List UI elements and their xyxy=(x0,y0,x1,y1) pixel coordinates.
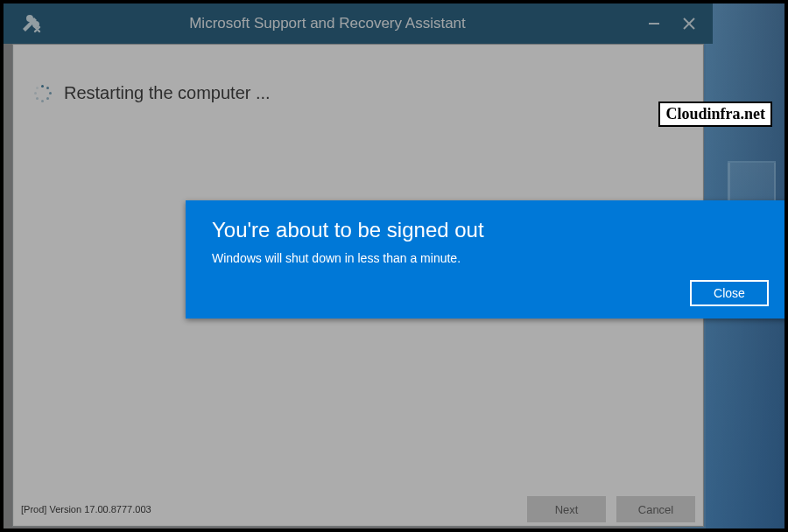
signout-toast: You're about to be signed out Windows wi… xyxy=(186,200,784,318)
titlebar: Microsoft Support and Recovery Assistant xyxy=(4,4,713,44)
footer: [Prod] Version 17.00.8777.003 Next Cance… xyxy=(12,492,704,527)
minimize-button[interactable] xyxy=(646,16,662,32)
app-title: Microsoft Support and Recovery Assistant xyxy=(9,15,646,32)
next-button[interactable]: Next xyxy=(527,496,606,522)
toast-close-button[interactable]: Close xyxy=(690,280,769,306)
toast-title: You're about to be signed out xyxy=(212,218,763,242)
close-button[interactable] xyxy=(681,16,697,32)
status-text: Restarting the computer ... xyxy=(64,83,271,103)
toast-message: Windows will shut down in less than a mi… xyxy=(212,251,763,265)
version-label: [Prod] Version 17.00.8777.003 xyxy=(21,504,151,514)
cancel-button[interactable]: Cancel xyxy=(616,496,695,522)
window-controls xyxy=(646,16,713,32)
watermark-badge: Cloudinfra.net xyxy=(658,102,772,127)
status-row: Restarting the computer ... xyxy=(34,83,271,103)
spinner-icon xyxy=(34,85,52,102)
